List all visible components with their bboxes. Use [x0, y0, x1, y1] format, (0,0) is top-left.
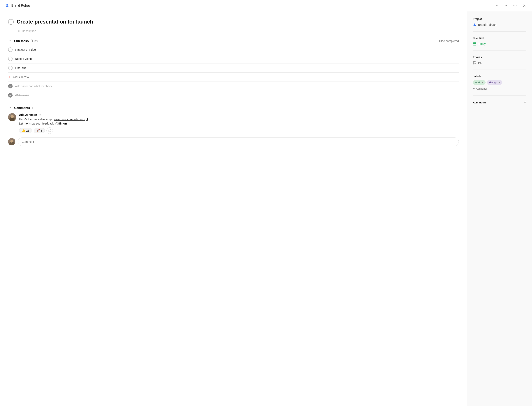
subtask-label-2: Record video: [15, 57, 32, 60]
subtask-item: Record video: [8, 54, 459, 64]
comment-link[interactable]: www.twist.com/video-script: [54, 118, 88, 121]
rocket-emoji: 🚀: [36, 129, 40, 132]
hide-completed-button[interactable]: Hide completed: [439, 39, 459, 43]
label-design: design ✕: [487, 80, 502, 85]
add-subtask-label: Add sub-task: [13, 75, 29, 79]
subtask-list: First cut of video Record video Final cu…: [8, 45, 459, 100]
reaction-bar: 👍 21 🚀 8: [19, 127, 459, 134]
reminders-section: Reminders +: [473, 100, 526, 109]
topbar: Brand Refresh: [0, 0, 532, 11]
svg-point-3: [516, 5, 516, 6]
subtask-label-3: Final cut: [15, 66, 26, 70]
main-layout: Create presentation for launch Descripti…: [0, 11, 532, 406]
project-section: Project Brand Refresh: [473, 17, 526, 32]
reaction-rocket[interactable]: 🚀 8: [34, 128, 45, 133]
comment-mention: @Simon: [55, 122, 67, 125]
subtask-item: Write script: [8, 91, 459, 100]
comment-text: Here's the raw video script: www.twist.c…: [19, 117, 459, 126]
subtask-checkbox-5[interactable]: [8, 93, 13, 98]
svg-point-1: [514, 5, 514, 6]
comment-time: 2h: [39, 114, 41, 116]
task-complete-checkbox[interactable]: [8, 19, 14, 25]
topbar-right: [494, 3, 527, 8]
subtask-label-1: First cut of video: [15, 48, 36, 51]
nav-up-button[interactable]: [494, 3, 500, 8]
plus-icon: +: [8, 75, 11, 79]
svg-point-12: [49, 129, 51, 132]
more-options-button[interactable]: [512, 3, 518, 8]
left-panel: Create presentation for launch Descripti…: [0, 11, 467, 406]
half-circle-icon: [30, 39, 34, 43]
comments-section: Comments 1 Ada Johnson 2h Here's the raw…: [8, 106, 459, 146]
current-user-avatar: [8, 138, 15, 145]
description-icon: [17, 29, 20, 33]
label-design-remove[interactable]: ✕: [499, 81, 500, 84]
task-title-row: Create presentation for launch: [8, 19, 459, 25]
comments-collapse-button[interactable]: [8, 106, 13, 110]
comments-count-badge: 1: [32, 106, 33, 109]
user-icon: [5, 3, 9, 8]
thumbsup-count: 21: [26, 129, 29, 132]
subtasks-count-badge: 2/5: [30, 39, 38, 43]
description-placeholder: Description: [22, 29, 36, 33]
svg-point-2: [515, 5, 515, 6]
right-panel: Project Brand Refresh Due date Today: [467, 11, 532, 406]
due-date-section: Due date Today: [473, 36, 526, 51]
label-work-remove[interactable]: ✕: [482, 81, 483, 84]
due-date-label: Due date: [473, 36, 526, 40]
label-design-text: design: [489, 81, 497, 84]
add-label-text: Add label: [476, 87, 487, 90]
flag-icon: [473, 61, 476, 65]
subtask-checkbox-3[interactable]: [8, 66, 13, 70]
subtasks-count-text: 2/5: [35, 39, 38, 42]
priority-label: Priority: [473, 56, 526, 59]
project-name: Brand Refresh: [478, 23, 496, 26]
priority-section: Priority P4: [473, 56, 526, 70]
comment-body: Ada Johnson 2h Here's the raw video scri…: [19, 113, 459, 134]
comment-author: Ada Johnson: [19, 113, 37, 116]
svg-point-0: [6, 4, 8, 6]
topbar-left: Brand Refresh: [5, 3, 32, 8]
subtasks-title: Sub-tasks: [14, 39, 29, 43]
reminders-header: Reminders +: [473, 100, 526, 104]
comment-item: Ada Johnson 2h Here's the raw video scri…: [8, 113, 459, 134]
calendar-icon: [473, 42, 476, 46]
subtask-label-4: Ask Simon for initial feedback: [15, 85, 52, 88]
comment-meta: Ada Johnson 2h: [19, 113, 459, 116]
close-button[interactable]: [521, 3, 527, 8]
comments-header: Comments 1: [8, 106, 459, 110]
thumbsup-emoji: 👍: [22, 129, 25, 132]
rocket-count: 8: [41, 129, 42, 132]
topbar-title: Brand Refresh: [11, 4, 32, 7]
comment-avatar: [8, 113, 16, 121]
reaction-thumbsup[interactable]: 👍 21: [19, 128, 32, 133]
project-label: Project: [473, 17, 526, 21]
subtask-item: Ask Simon for initial feedback: [8, 82, 459, 91]
nav-down-button[interactable]: [503, 3, 509, 8]
label-work-text: work: [475, 81, 480, 84]
add-label-button[interactable]: + Add label: [473, 87, 487, 90]
priority-text: P4: [478, 61, 482, 65]
subtasks-header-left: Sub-tasks 2/5: [8, 39, 38, 43]
comment-input-row: [8, 138, 459, 146]
subtask-checkbox-4[interactable]: [8, 84, 13, 88]
subtask-checkbox-2[interactable]: [8, 57, 13, 61]
reminders-label: Reminders: [473, 101, 486, 104]
comment-input[interactable]: [18, 138, 459, 146]
add-label-plus-icon: +: [473, 87, 475, 90]
subtask-item: Final cut: [8, 64, 459, 72]
subtasks-collapse-button[interactable]: [8, 39, 13, 43]
reminders-add-button[interactable]: +: [524, 100, 526, 104]
due-date-text: Today: [478, 42, 486, 45]
subtask-checkbox-1[interactable]: [8, 47, 13, 52]
project-value: Brand Refresh: [473, 23, 526, 27]
subtask-label-5: Write script: [15, 94, 29, 97]
subtasks-section-header: Sub-tasks 2/5 Hide completed: [8, 39, 459, 43]
labels-row: work ✕ design ✕: [473, 80, 526, 85]
labels-label: Labels: [473, 75, 526, 78]
labels-section: Labels work ✕ design ✕ + Add label: [473, 75, 526, 95]
add-reaction-button[interactable]: [46, 127, 53, 134]
description-row[interactable]: Description: [17, 29, 459, 33]
priority-value: P4: [473, 61, 526, 65]
add-subtask-row[interactable]: + Add sub-task: [8, 72, 459, 82]
